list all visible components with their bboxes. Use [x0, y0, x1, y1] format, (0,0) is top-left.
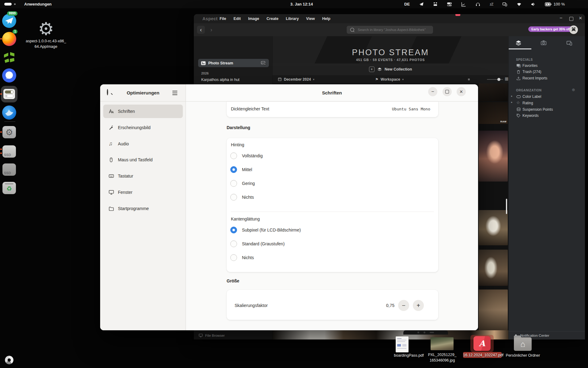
aspect-maximize-button[interactable]	[569, 17, 573, 21]
app-indicator-icon[interactable]	[433, 2, 438, 6]
aspect-brand-logo[interactable]	[569, 25, 578, 34]
sidebar-item-trash[interactable]: Trash (274)	[522, 70, 541, 74]
tweaks-window: Optimierungen Schriften − × Schriften	[100, 84, 478, 330]
tab-camera[interactable]	[541, 40, 547, 46]
nav-item-schriften[interactable]: Schriften	[103, 105, 183, 118]
add-collection-icon[interactable]	[261, 61, 266, 65]
date-filter-dropdown[interactable]: December 2024 ▾	[278, 75, 315, 83]
nav-item-tastatur[interactable]: Tastatur	[103, 169, 183, 183]
radio-aa-subpixel[interactable]	[230, 227, 237, 233]
plus-box-icon[interactable]: +	[369, 67, 375, 72]
workspace-pill	[4, 3, 12, 6]
headphones-icon[interactable]	[475, 2, 481, 7]
photo-thumbnail[interactable]	[479, 131, 508, 182]
new-collection-button[interactable]: New Collection	[385, 67, 412, 71]
photo-thumbnail[interactable]	[479, 210, 508, 245]
file-browser-item[interactable]: File Browser	[194, 331, 273, 339]
add-organization-icon[interactable]: ⊕	[572, 87, 575, 92]
grid-scrollbar[interactable]	[506, 199, 507, 214]
battery-percent: 100 %	[553, 2, 565, 6]
tweaks-tray-icon[interactable]	[447, 2, 452, 7]
radio-hinting-vollstaendig[interactable]	[230, 152, 237, 159]
sidebar-item-recent-imports[interactable]: Recent Imports	[522, 76, 547, 80]
photo-thumbnail[interactable]	[479, 83, 508, 101]
thumbnail-zoom-slider[interactable]	[487, 79, 503, 80]
dock-item-tweaks-active[interactable]	[1, 86, 17, 102]
library-search[interactable]	[347, 26, 433, 34]
activities-menu[interactable]: Anwendungen	[24, 2, 52, 6]
dock-item-ssd-2[interactable]: SSD	[2, 163, 16, 177]
tab-layers[interactable]	[515, 40, 522, 46]
menu-create[interactable]: Create	[266, 17, 278, 21]
nav-item-audio[interactable]: ♫ Audio	[103, 137, 183, 151]
tab-devices[interactable]	[566, 40, 572, 46]
dock-item-marketplace[interactable]	[2, 50, 16, 64]
sidebar-item-suspension-points[interactable]: Suspension Points	[522, 107, 553, 112]
promo-badge[interactable]: Early backers get 35% off	[528, 26, 573, 32]
back-button[interactable]: ‹	[197, 26, 205, 34]
sidebar-item-color-label[interactable]: Color Label	[522, 94, 541, 99]
nav-item-fenster[interactable]: Fenster	[103, 186, 183, 199]
aspect-minimize-button[interactable]: −	[560, 15, 562, 21]
menu-help[interactable]: Help	[322, 17, 330, 21]
workspace-dropdown[interactable]: ⚑ Workspace ▾	[375, 75, 404, 83]
mono-font-value[interactable]: Ubuntu Sans Mono	[392, 107, 430, 111]
dock-item-thunderbird[interactable]	[2, 105, 16, 120]
screen-share-icon[interactable]	[502, 2, 507, 7]
scaling-decrease-button[interactable]: −	[398, 300, 409, 311]
photo-thumbnail[interactable]: RAW	[479, 102, 508, 124]
stream-year-2026[interactable]: 2026	[201, 71, 209, 75]
menu-edit[interactable]: Edit	[234, 17, 241, 21]
nav-item-erscheinungsbild[interactable]: Erscheinungsbild	[103, 121, 183, 134]
maximize-button[interactable]	[443, 87, 452, 96]
sidebar-item-keywords[interactable]: Keywords	[522, 113, 539, 118]
radio-aa-standard[interactable]	[230, 240, 237, 247]
volume-icon[interactable]	[531, 2, 536, 7]
histogram-tray-icon[interactable]	[461, 2, 466, 7]
menu-file[interactable]: File	[220, 17, 226, 21]
workspace-dot	[14, 3, 16, 5]
aspect-close-button[interactable]: ×	[579, 15, 582, 21]
photo-stream-item[interactable]: Photo Stream	[198, 59, 269, 67]
photo-thumbnail[interactable]	[479, 289, 508, 330]
radio-hinting-mittel[interactable]	[230, 166, 237, 173]
sleep-inhibitor-icon[interactable]: zZ	[490, 2, 493, 6]
sidebar-item-rating[interactable]: Rating	[522, 101, 533, 105]
telegram-unread-badge: 9999	[7, 11, 17, 16]
nav-item-maus[interactable]: Maus und Tastfeld	[103, 153, 183, 167]
clock[interactable]: 3. Jan 12:14	[290, 2, 313, 6]
stream-event-item[interactable]: Karpathos alpha in hut	[201, 78, 239, 82]
expander-icon[interactable]: ▸	[511, 101, 513, 104]
menu-image[interactable]: Image	[248, 17, 259, 21]
wifi-icon[interactable]	[517, 2, 522, 6]
dock-item-telegram[interactable]: 9999	[2, 14, 16, 28]
hamburger-menu-icon[interactable]	[172, 91, 177, 95]
sidebar-item-favorites[interactable]: Favorites	[522, 63, 537, 68]
menu-library[interactable]: Library	[286, 17, 299, 21]
grid-view-icon[interactable]: ▦	[505, 76, 508, 81]
zoom-slider-knob[interactable]	[497, 78, 500, 81]
dock-item-signal[interactable]	[2, 68, 16, 82]
dock-item-firefox[interactable]: 1	[2, 32, 16, 46]
scaling-increase-button[interactable]: +	[413, 300, 424, 311]
dock-item-ssd-1[interactable]: SSD	[2, 144, 16, 159]
search-input[interactable]	[357, 28, 429, 32]
workspace-indicator[interactable]	[4, 3, 16, 6]
radio-hinting-gering[interactable]	[230, 180, 237, 187]
keyboard-layout-indicator[interactable]: DE	[404, 2, 410, 6]
telegram-tray-icon[interactable]	[419, 2, 424, 7]
dock-item-trash-drive[interactable]: ♻	[2, 181, 16, 195]
suspension-points-icon	[516, 107, 521, 111]
music-note-icon: ♫	[109, 141, 113, 147]
menu-view[interactable]: View	[306, 17, 315, 21]
radio-aa-nichts[interactable]	[230, 254, 237, 261]
dock-item-appimage-gear[interactable]: ⚙	[2, 125, 16, 139]
nav-item-startprogramme[interactable]: Startprogramme	[103, 202, 183, 215]
photo-thumbnail[interactable]	[479, 250, 508, 286]
radio-hinting-nichts[interactable]	[230, 194, 237, 201]
expander-icon[interactable]: ▸	[511, 94, 513, 98]
close-button[interactable]: ×	[457, 87, 466, 96]
battery-indicator[interactable]: 100 %	[545, 2, 565, 6]
forward-button[interactable]: ›	[207, 26, 215, 34]
minimize-button[interactable]: −	[428, 87, 437, 96]
